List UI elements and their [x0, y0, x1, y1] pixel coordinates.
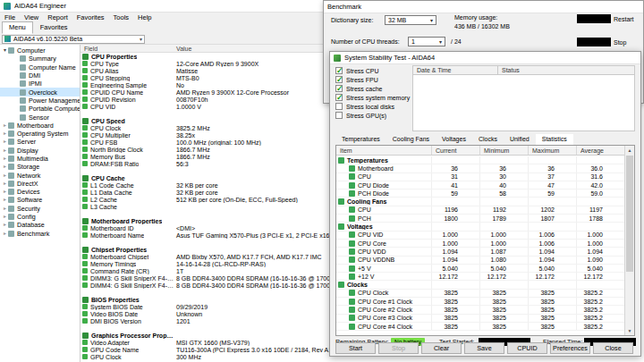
statistics-row[interactable]: Clocks [336, 281, 624, 289]
statistics-row[interactable]: CPU VDDNB 1.094 1.080 1.094 1.090 [336, 257, 624, 265]
statistics-row[interactable]: Voltages [336, 223, 624, 231]
cpu-threads-select[interactable]: 1 ▾ [408, 37, 445, 46]
sensor-tab[interactable]: Cooling Fans [386, 134, 436, 145]
tree-caret-icon [2, 180, 8, 188]
sensor-icon [20, 114, 26, 121]
dialog-button[interactable]: CPUID [507, 342, 547, 354]
item-column-header[interactable]: Item [336, 147, 431, 154]
stability-title-bar[interactable]: System Stability Test - AIDA64 [330, 52, 640, 64]
tree-item[interactable]: Computer [0, 46, 80, 55]
tree-item[interactable]: Config [0, 213, 80, 221]
maximum-column-header[interactable]: Maximum [528, 146, 576, 155]
menu-item[interactable]: File [0, 13, 20, 21]
field-icon [82, 318, 88, 324]
dialog-button[interactable]: Stop [378, 342, 419, 354]
statistics-row[interactable]: CPU VDD 1.094 1.087 1.094 1.094 [336, 248, 624, 256]
statistics-row[interactable]: CPU Core #1 Clock 3825 3825 3825 3825.2 [336, 298, 624, 306]
menu-item[interactable]: Tools [109, 13, 134, 21]
menu-item[interactable]: Help [133, 13, 156, 21]
statistics-row[interactable]: CPU Core #2 Clock 3825 3825 3825 3825.2 [336, 306, 624, 314]
tree-item[interactable]: Operating System [0, 130, 80, 138]
statistics-row[interactable]: CPU Core #4 Clock 3825 3825 3825 3825.2 [336, 323, 624, 331]
average-column-header[interactable]: Average [576, 146, 624, 155]
sensor-tab[interactable]: Unified [504, 134, 536, 145]
tree-item[interactable]: Software [0, 196, 80, 204]
page-tab[interactable]: Menu [2, 21, 33, 34]
scrollbar-thumb[interactable] [626, 156, 633, 272]
menu-item[interactable]: Report [43, 13, 72, 21]
tree-item[interactable]: Server [0, 138, 80, 146]
stress-checkbox[interactable]: Stress GPU(s) [335, 111, 411, 120]
multimedia-icon [8, 156, 14, 162]
stress-options: Stress CPU Stress FPU Stress cache Stres… [335, 66, 411, 120]
sensor-tab[interactable]: Voltages [436, 134, 472, 145]
statistics-row[interactable]: CPU 31 30 37 31.6 [336, 173, 624, 181]
statistics-row[interactable]: +5 V 5.040 5.040 5.040 5.040 [336, 265, 624, 273]
current-column-header[interactable]: Current [431, 146, 479, 155]
statistics-row[interactable]: Cooling Fans [336, 198, 624, 206]
sensor-tab[interactable]: Temperatures [335, 134, 386, 145]
statistics-row[interactable]: CPU Core #3 Clock 3825 3825 3825 3825.2 [336, 315, 624, 323]
tree-item[interactable]: Storage [0, 163, 80, 171]
main-window-title: AIDA64 Engineer [14, 2, 66, 10]
tree-item[interactable]: Benchmark [0, 230, 80, 238]
statistics-row[interactable]: Temperatures [336, 156, 624, 164]
statistics-row[interactable]: CPU 1196 1192 1202 1197 [336, 206, 624, 215]
sensor-tab[interactable]: Statistics [536, 134, 573, 145]
field-column-header[interactable]: Field [80, 46, 174, 52]
statistics-scrollbar[interactable]: ▲ ▼ [624, 146, 634, 335]
dialog-button[interactable]: Preferences [550, 342, 590, 354]
scroll-up-icon[interactable]: ▲ [625, 146, 634, 155]
tree-item[interactable]: Portable Computer [0, 105, 80, 113]
statistics-row[interactable]: +12 V 12.172 12.172 12.172 12.172 [336, 273, 624, 281]
tree-item[interactable]: Power Management [0, 97, 80, 105]
sensor-tab[interactable]: Clocks [472, 134, 504, 145]
tree-item[interactable]: Multimedia [0, 155, 80, 163]
statistics-row[interactable]: PCH Diode 59 58 59 59.0 [336, 189, 624, 198]
tree-item[interactable]: Display [0, 147, 80, 155]
dialog-button[interactable]: Clear [421, 342, 462, 354]
tree-item[interactable]: Database [0, 221, 80, 229]
log-status-column-header[interactable]: Status [498, 67, 634, 73]
stress-checkbox[interactable]: Stress cache [335, 84, 411, 93]
stress-checkbox[interactable]: Stress CPU [335, 66, 411, 75]
stress-checkbox[interactable]: Stress local disks [335, 102, 411, 111]
page-tab[interactable]: Favorites [33, 21, 75, 34]
statistics-row[interactable]: CPU VID 1.000 1.000 1.006 1.000 [336, 232, 624, 240]
tree-item[interactable]: IPMI [0, 80, 80, 88]
tree-item[interactable]: Security [0, 205, 80, 213]
version-combo[interactable]: AIDA64 v6.10.5220 Beta ▾ [2, 35, 145, 44]
tree-item[interactable]: Computer Name [0, 63, 80, 72]
statistics-row[interactable]: CPU Diode 41 40 47 42.0 [336, 181, 624, 189]
config-icon [8, 214, 14, 220]
statistics-row[interactable]: Motherboard 36 36 36 36.0 [336, 164, 624, 173]
memory-usage-value: 436 MB / 16302 MB [454, 23, 510, 29]
tree-item[interactable]: Summary [0, 55, 80, 63]
dialog-button[interactable]: Start [335, 342, 376, 354]
tree-item[interactable]: Network [0, 171, 80, 179]
menu-item[interactable]: Favorites [72, 13, 109, 21]
tree-item[interactable]: DirectX [0, 180, 80, 188]
log-datetime-column-header[interactable]: Date & Time [413, 66, 498, 74]
stress-checkbox[interactable]: Stress FPU [335, 75, 411, 84]
statistics-row[interactable]: CPU Clock 3825 3825 3825 3825.2 [336, 290, 624, 298]
dialog-button[interactable]: Save [464, 342, 504, 354]
menu-item[interactable]: View [20, 13, 43, 21]
stop-button[interactable]: Stop [577, 38, 626, 46]
dictionary-size-select[interactable]: 32 MB ▾ [385, 15, 436, 25]
minimum-column-header[interactable]: Minimum [479, 146, 528, 155]
restart-button[interactable]: Restart [577, 14, 634, 23]
power-icon [20, 97, 26, 104]
tree-item[interactable]: Overclock [0, 88, 80, 96]
benchmark-title-bar[interactable]: Benchmark [324, 1, 643, 13]
tree-item[interactable]: Motherboard [0, 122, 80, 130]
statistics-row[interactable]: CPU Core 1.000 1.000 1.006 1.000 [336, 240, 624, 248]
tree-item[interactable]: Devices [0, 188, 80, 196]
scroll-down-icon[interactable]: ▼ [625, 326, 634, 335]
dialog-button[interactable]: Close [593, 342, 633, 354]
field-icon [82, 218, 89, 224]
tree-item[interactable]: Sensor [0, 113, 80, 121]
tree-item[interactable]: DMI [0, 72, 80, 80]
statistics-row[interactable]: PCH 1800 1789 1807 1788 [336, 215, 624, 223]
stress-checkbox[interactable]: Stress system memory [335, 93, 411, 102]
